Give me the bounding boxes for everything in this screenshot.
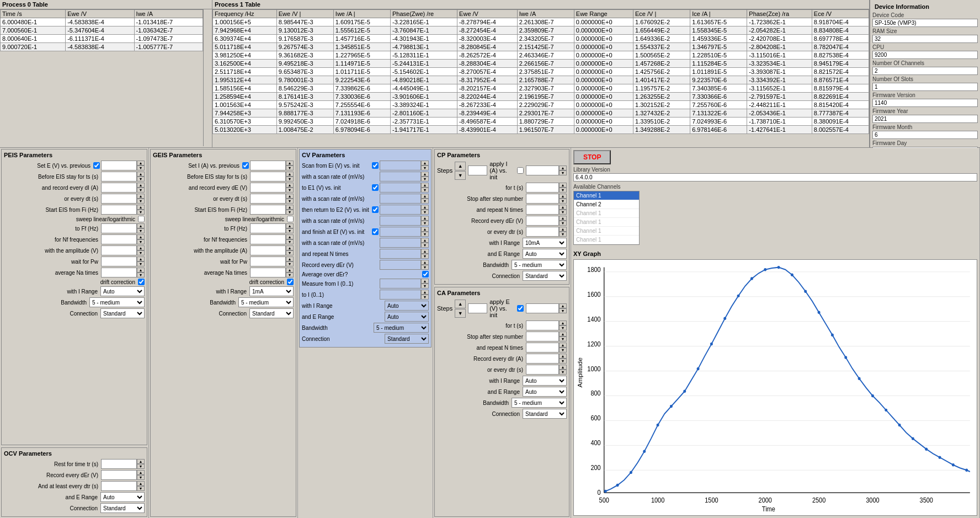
peis-wait-up[interactable]: ▲: [137, 257, 145, 261]
peis-toff-input[interactable]: 1.00E+0: [101, 223, 137, 233]
peis-set-e-checkbox[interactable]: [93, 162, 100, 169]
geis-start-input[interactable]: 1.00E+5: [250, 205, 286, 215]
cv-e1-check[interactable]: [372, 184, 379, 191]
ca-stop-input[interactable]: 2: [526, 332, 559, 341]
ca-rn-down[interactable]: ▼: [559, 348, 567, 353]
ca-repeat-input[interactable]: 0: [526, 343, 559, 353]
cp-bw-select[interactable]: 5 - medium: [512, 260, 567, 270]
cv-repeat-input[interactable]: 1: [380, 249, 421, 259]
geis-na-up[interactable]: ▲: [286, 268, 294, 273]
cv-to-i-input[interactable]: 0.75: [380, 290, 421, 300]
geis-before-up[interactable]: ▲: [286, 172, 294, 177]
peis-set-e-down[interactable]: ▼: [137, 165, 145, 170]
cp-apply-i-check[interactable]: [517, 167, 524, 174]
geis-wait-up[interactable]: ▲: [286, 257, 294, 261]
geis-wait-input[interactable]: 2.00: [250, 257, 286, 266]
cv-sr4-up[interactable]: ▲: [421, 238, 429, 243]
ca-stop-down[interactable]: ▼: [559, 337, 567, 341]
cv-sr2-input[interactable]: 1.0000E-1: [380, 194, 421, 204]
geis-nf-input[interactable]: 51: [250, 234, 286, 244]
cv-ef-down[interactable]: ▼: [421, 232, 429, 237]
cp-repeat-input[interactable]: 0: [526, 205, 559, 215]
ca-conn-select[interactable]: Standard: [523, 409, 567, 419]
peis-irange-select[interactable]: Auto: [100, 286, 145, 296]
ca-stop-up[interactable]: ▲: [559, 332, 567, 337]
peis-nf-input[interactable]: 51: [101, 234, 137, 244]
peis-before-up[interactable]: ▲: [137, 172, 145, 177]
geis-nf-down[interactable]: ▼: [286, 239, 294, 244]
ca-irange-select[interactable]: Auto: [523, 376, 567, 386]
geis-si-up[interactable]: ▲: [286, 161, 294, 165]
ca-bw-select[interactable]: 5 - medium: [512, 398, 567, 408]
ca-rn-up[interactable]: ▲: [559, 343, 567, 348]
peis-conn-select[interactable]: Standard: [100, 308, 145, 318]
cp-stop-input[interactable]: 2: [526, 194, 559, 204]
geis-set-i-checkbox[interactable]: [242, 162, 249, 169]
cv-sr4-down[interactable]: ▼: [421, 243, 429, 248]
peis-nf-up[interactable]: ▲: [137, 234, 145, 239]
geis-rdt-down[interactable]: ▼: [286, 199, 294, 204]
ca-ft-up[interactable]: ▲: [559, 321, 567, 325]
geis-irange-select[interactable]: 1mA: [249, 286, 294, 296]
cv-repeat-down[interactable]: ▼: [421, 254, 429, 259]
ca-apply-e-input[interactable]: 0.00E+0: [526, 303, 559, 313]
geis-rde-down[interactable]: ▼: [286, 188, 294, 193]
cv-rec-der-input[interactable]: 10.0E-3: [380, 260, 421, 270]
geis-wait-down[interactable]: ▼: [286, 261, 294, 266]
peis-wait-input[interactable]: 2.00: [101, 257, 137, 266]
peis-sweep-checkbox[interactable]: [138, 216, 145, 222]
cp-rn-up[interactable]: ▲: [559, 205, 567, 210]
cv-ti-down[interactable]: ▼: [421, 295, 429, 300]
peis-wait-down[interactable]: ▼: [137, 261, 145, 266]
peis-rdt-down[interactable]: ▼: [137, 199, 145, 204]
cp-step-down[interactable]: ▼: [455, 171, 466, 180]
ocv-rest-down[interactable]: ▼: [137, 464, 145, 469]
ca-rec-dIr-input[interactable]: 10.0E-6: [526, 354, 559, 364]
cp-rder-down[interactable]: ▼: [559, 221, 567, 226]
geis-toff-input[interactable]: 1.00E+0: [250, 223, 286, 233]
geis-nf-up[interactable]: ▲: [286, 234, 294, 239]
geis-sweep-checkbox[interactable]: [287, 216, 294, 222]
geis-drift-checkbox[interactable]: [287, 279, 294, 285]
peis-toff-down[interactable]: ▼: [137, 228, 145, 233]
geis-na-input[interactable]: 1: [250, 268, 286, 277]
ca-erange-select[interactable]: Auto: [523, 387, 567, 397]
cp-rdtr-up[interactable]: ▲: [559, 227, 567, 232]
peis-amp-input[interactable]: 1.00E-2: [101, 245, 137, 255]
cp-conn-select[interactable]: Standard: [523, 271, 567, 281]
ocv-rec-down[interactable]: ▼: [137, 475, 145, 480]
peis-amp-down[interactable]: ▼: [137, 250, 145, 255]
cv-sf-down[interactable]: ▼: [421, 165, 429, 170]
ca-ae-down[interactable]: ▼: [559, 308, 567, 313]
cv-e1-up[interactable]: ▲: [421, 183, 429, 188]
ca-rdir-down[interactable]: ▼: [559, 359, 567, 364]
geis-start-up[interactable]: ▲: [286, 205, 294, 210]
cp-rn-down[interactable]: ▼: [559, 210, 567, 215]
cv-sr4-input[interactable]: 1.0000E-1: [380, 238, 421, 248]
geis-rdt-up[interactable]: ▲: [286, 194, 294, 199]
peis-set-e-up[interactable]: ▲: [137, 161, 145, 165]
cv-e2-down[interactable]: ▼: [421, 210, 429, 215]
cp-ft-down[interactable]: ▼: [559, 188, 567, 193]
cv-sr1-up[interactable]: ▲: [421, 172, 429, 177]
peis-rdi-up[interactable]: ▲: [137, 183, 145, 188]
cv-e2-check[interactable]: [372, 206, 379, 213]
peis-na-input[interactable]: 1: [101, 268, 137, 277]
geis-rde-up[interactable]: ▲: [286, 183, 294, 188]
cv-scan-from-input[interactable]: 0.0000E+0: [380, 161, 421, 170]
channel-1-item[interactable]: Channel 1: [574, 191, 639, 200]
peis-start-up[interactable]: ▲: [137, 205, 145, 210]
geis-before-input[interactable]: 1.00000: [250, 172, 286, 181]
cv-ef-up[interactable]: ▲: [421, 227, 429, 232]
cv-e2-up[interactable]: ▲: [421, 205, 429, 210]
peis-start-down[interactable]: ▼: [137, 210, 145, 215]
cv-ef-check[interactable]: [372, 228, 379, 235]
geis-amp-down[interactable]: ▼: [286, 250, 294, 255]
channel-2-item[interactable]: Channel 2: [574, 200, 639, 209]
peis-record-di-input[interactable]: 1.00E-1: [101, 183, 137, 193]
ocv-rest-up[interactable]: ▲: [137, 459, 145, 464]
cv-measure-input[interactable]: 0.50: [380, 279, 421, 289]
geis-start-down[interactable]: ▼: [286, 210, 294, 215]
cv-erange-select[interactable]: Auto: [385, 312, 429, 322]
geis-conn-select[interactable]: Standard: [249, 308, 294, 318]
